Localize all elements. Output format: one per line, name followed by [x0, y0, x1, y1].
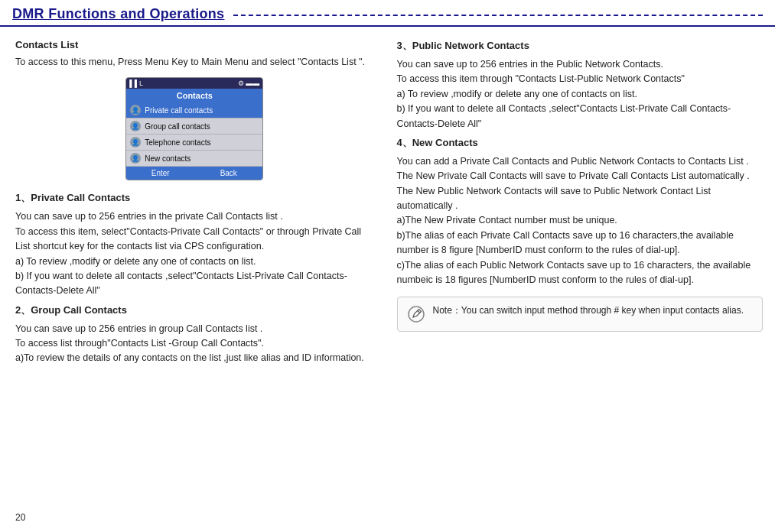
menu-item-group-label: Group call contacts — [145, 122, 210, 131]
p1-heading: 1、Private Call Contacts — [15, 191, 374, 205]
page-number: 20 — [15, 512, 25, 523]
menu-item-telephone[interactable]: 👤 Telephone contacts — [126, 135, 262, 151]
p3-heading: 3、Public Network Contacts — [397, 39, 764, 53]
avatar-new: 👤 — [130, 153, 141, 164]
footer-back-btn[interactable]: Back — [194, 167, 262, 180]
status-right-icons: ⚙ ▬▬ — [238, 79, 260, 87]
avatar-group: 👤 — [130, 121, 141, 131]
footer-enter-btn[interactable]: Enter — [126, 167, 194, 180]
p2-heading: 2、Group Call Contacts — [15, 303, 374, 317]
menu-item-telephone-label: Telephone contacts — [145, 138, 210, 147]
page-title: DMR Functions and Operations — [12, 6, 224, 22]
p4-text: You can add a Private Call Contacts and … — [397, 154, 764, 287]
p3-text: You can save up to 256 entries in the Pu… — [397, 57, 764, 131]
phone-footer: Enter Back — [126, 167, 262, 180]
menu-item-new-label: New contacts — [145, 154, 190, 163]
avatar-telephone: 👤 — [130, 137, 141, 148]
note-icon — [405, 303, 427, 325]
header-dashed-line — [233, 15, 763, 16]
status-icons: ▌▌L — [129, 79, 143, 87]
phone-status-bar: ▌▌L ⚙ ▬▬ — [126, 78, 262, 89]
phone-mockup: ▌▌L ⚙ ▬▬ Contacts 👤 Private call contact… — [125, 77, 263, 180]
svg-point-0 — [409, 307, 424, 322]
left-column: Contacts List To access to this menu, Pr… — [15, 39, 389, 371]
menu-item-private-label: Private call contacts — [145, 106, 213, 115]
note-box: Note：You can switch input method through… — [397, 297, 764, 332]
right-column: 3、Public Network Contacts You can save u… — [389, 39, 764, 371]
p2-text: You can save up to 256 entries in group … — [15, 322, 374, 366]
menu-item-private[interactable]: 👤 Private call contacts — [126, 102, 262, 118]
contacts-list-heading: Contacts List — [15, 39, 374, 50]
header: DMR Functions and Operations — [0, 0, 775, 27]
intro-text: To access to this menu, Press Menu Key t… — [15, 55, 374, 70]
avatar-private: 👤 — [130, 105, 141, 115]
note-text: Note：You can switch input method through… — [433, 303, 744, 317]
contacts-header: Contacts — [126, 89, 262, 102]
menu-item-new[interactable]: 👤 New contacts — [126, 151, 262, 167]
menu-item-group[interactable]: 👤 Group call contacts — [126, 118, 262, 135]
p4-heading: 4、New Contacts — [397, 136, 764, 150]
main-content: Contacts List To access to this menu, Pr… — [0, 27, 775, 383]
p1-text: You can save up to 256 entries in the pr… — [15, 209, 374, 298]
